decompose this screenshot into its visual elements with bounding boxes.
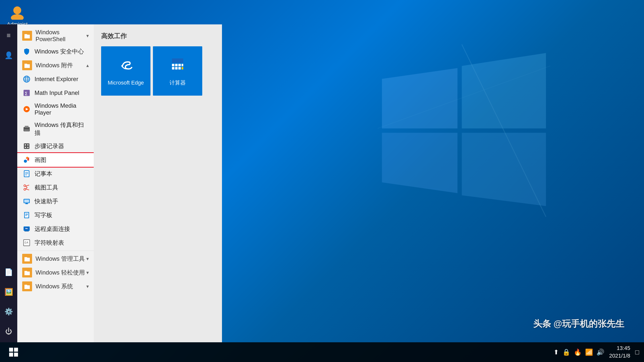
app-windows-security[interactable]: Windows 安全中心 bbox=[17, 45, 94, 58]
app-notepad[interactable]: 记事本 bbox=[17, 167, 94, 181]
svg-line-42 bbox=[26, 188, 28, 189]
svg-line-40 bbox=[26, 189, 29, 190]
taskbar-clock[interactable]: 13:45 2021/1/8 bbox=[609, 345, 630, 360]
svg-rect-63 bbox=[172, 64, 174, 66]
notepad-label: 记事本 bbox=[34, 170, 52, 178]
app-snipping-tool[interactable]: 截图工具 bbox=[17, 181, 94, 194]
assist-label: 快速助手 bbox=[34, 197, 58, 205]
svg-rect-70 bbox=[182, 67, 183, 69]
svg-marker-0 bbox=[382, 68, 458, 128]
start-tiles-area: 高效工作 Microsoft Edge bbox=[94, 24, 222, 342]
steps-label: 步骤记录器 bbox=[34, 142, 64, 150]
systray: ⬆ 🔒 🔥 📶 🔊 bbox=[554, 349, 604, 356]
fax-icon bbox=[22, 124, 31, 133]
svg-rect-68 bbox=[175, 67, 178, 69]
svg-marker-1 bbox=[462, 53, 546, 128]
accessories-folder-icon bbox=[22, 60, 32, 70]
systray-wifi[interactable]: 📶 bbox=[585, 349, 593, 356]
group-windows-accessories[interactable]: Windows 附件 ▴ bbox=[17, 58, 94, 72]
scissors-icon bbox=[22, 183, 31, 192]
sidebar-power[interactable]: ⏻ bbox=[2, 325, 15, 337]
steps-icon bbox=[22, 142, 31, 151]
sidebar-hamburger[interactable]: ≡ bbox=[2, 29, 15, 42]
app-internet-explorer[interactable]: Internet Explorer bbox=[17, 72, 94, 86]
sidebar-documents[interactable]: 📄 bbox=[2, 266, 15, 278]
administrator-icon bbox=[10, 5, 25, 20]
group-windows-powershell[interactable]: Windows PowerShell ▾ bbox=[17, 27, 94, 45]
app-quick-assist[interactable]: 快速助手 bbox=[17, 194, 94, 208]
svg-point-8 bbox=[11, 14, 24, 20]
svg-point-7 bbox=[13, 6, 21, 14]
assist-icon bbox=[22, 197, 31, 206]
wmp-icon bbox=[22, 105, 31, 114]
app-wordpad[interactable]: 写字板 bbox=[17, 208, 94, 222]
app-windows-fax-scan[interactable]: Windows 传真和扫描 bbox=[17, 118, 94, 139]
svg-point-27 bbox=[25, 144, 26, 146]
systray-security[interactable]: 🔒 bbox=[562, 349, 570, 356]
group-windows-admin[interactable]: Windows 管理工具 ▾ bbox=[17, 252, 94, 266]
svg-rect-44 bbox=[24, 200, 29, 203]
admin-arrow: ▾ bbox=[86, 256, 89, 262]
start-button[interactable] bbox=[5, 344, 22, 361]
windows-logo-bg bbox=[378, 44, 550, 217]
svg-rect-73 bbox=[9, 353, 13, 357]
watermark: 头条 @玩手机的张先生 bbox=[533, 318, 624, 330]
svg-line-39 bbox=[26, 185, 29, 186]
systray-expand[interactable]: ⬆ bbox=[554, 349, 559, 356]
powershell-arrow: ▾ bbox=[86, 33, 89, 39]
group-windows-ease[interactable]: Windows 轻松使用 ▾ bbox=[17, 266, 94, 280]
notification-button[interactable]: □ bbox=[635, 349, 639, 356]
sidebar-user[interactable]: 👤 bbox=[2, 49, 15, 61]
divider-1 bbox=[17, 251, 94, 251]
svg-text:∑: ∑ bbox=[25, 91, 28, 95]
math-icon: ∑ bbox=[22, 88, 31, 97]
group-windows-system[interactable]: Windows 系统 ▾ bbox=[17, 280, 94, 293]
start-apps-list[interactable]: Windows PowerShell ▾ Windows 安全中心 Window… bbox=[17, 24, 94, 342]
systray-flame[interactable]: 🔥 bbox=[574, 349, 582, 356]
calc-tile-icon bbox=[169, 55, 186, 76]
sidebar-pictures[interactable]: 🖼️ bbox=[2, 286, 15, 298]
taskbar-right: ⬆ 🔒 🔥 📶 🔊 13:45 2021/1/8 □ bbox=[554, 345, 639, 360]
system-arrow: ▾ bbox=[86, 283, 89, 289]
powershell-folder-icon bbox=[22, 31, 32, 41]
svg-rect-45 bbox=[26, 203, 28, 204]
taskbar-date: 2021/1/8 bbox=[609, 352, 630, 360]
remote-label: 远程桌面连接 bbox=[34, 225, 70, 233]
app-paint[interactable]: 画图 bbox=[17, 153, 94, 167]
svg-point-30 bbox=[28, 147, 28, 148]
admin-folder-icon bbox=[22, 254, 32, 264]
wordpad-icon bbox=[22, 211, 31, 220]
app-windows-media-player[interactable]: Windows Media Player bbox=[17, 100, 94, 118]
svg-rect-62 bbox=[172, 58, 183, 63]
taskbar-time: 13:45 bbox=[609, 345, 630, 352]
svg-rect-64 bbox=[175, 64, 178, 66]
app-remote-desktop[interactable]: 远程桌面连接 bbox=[17, 222, 94, 236]
tile-calculator[interactable]: 计算器 bbox=[153, 46, 202, 96]
svg-rect-47 bbox=[25, 213, 28, 218]
tiles-grid: Microsoft Edge bbox=[101, 46, 214, 96]
ie-label: Internet Explorer bbox=[34, 76, 78, 82]
system-folder-icon bbox=[22, 281, 32, 291]
start-sidebar: ≡ 👤 📄 🖼️ ⚙️ ⏻ bbox=[0, 24, 17, 342]
svg-point-31 bbox=[24, 160, 27, 163]
svg-rect-65 bbox=[178, 64, 181, 66]
svg-marker-3 bbox=[462, 133, 546, 206]
ie-icon bbox=[22, 75, 31, 83]
app-char-map[interactable]: Ω A 字符映射表 bbox=[17, 236, 94, 250]
edge-tile-icon bbox=[117, 56, 134, 77]
admin-group-label: Windows 管理工具 bbox=[36, 255, 85, 263]
edge-tile-label: Microsoft Edge bbox=[108, 80, 144, 86]
app-math-input-panel[interactable]: ∑ Math Input Panel bbox=[17, 86, 94, 100]
notepad-icon bbox=[22, 169, 31, 178]
svg-rect-71 bbox=[9, 348, 13, 352]
tile-microsoft-edge[interactable]: Microsoft Edge bbox=[101, 46, 150, 96]
svg-rect-25 bbox=[24, 130, 29, 131]
svg-line-41 bbox=[26, 186, 28, 188]
svg-text:Ω: Ω bbox=[24, 241, 26, 244]
svg-rect-66 bbox=[182, 64, 183, 66]
tiles-section-title: 高效工作 bbox=[101, 32, 214, 40]
wmp-label: Windows Media Player bbox=[34, 102, 89, 116]
app-steps-recorder[interactable]: 步骤记录器 bbox=[17, 139, 94, 153]
sidebar-settings[interactable]: ⚙️ bbox=[2, 305, 15, 318]
systray-volume[interactable]: 🔊 bbox=[596, 349, 604, 356]
